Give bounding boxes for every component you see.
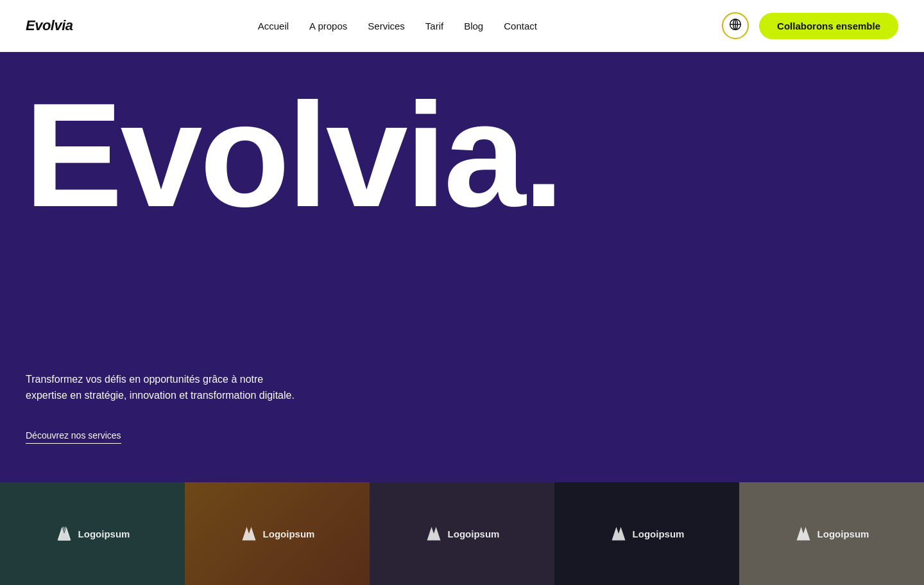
logo[interactable]: Evolvia xyxy=(26,17,73,34)
hero-content: Transformez vos défis en opportunités gr… xyxy=(26,371,898,444)
logo-label-1: Logoipsum xyxy=(78,528,130,539)
nav-blog[interactable]: Blog xyxy=(464,21,483,31)
logo-cell-3: Logoipsum xyxy=(370,482,554,585)
logo-label-5: Logoipsum xyxy=(817,528,869,539)
logo-item-1: Logoipsum xyxy=(55,525,130,543)
logo-cell-2: Logoipsum xyxy=(185,482,370,585)
logo-item-3: Logoipsum xyxy=(425,525,500,543)
svg-marker-7 xyxy=(427,527,440,541)
language-button[interactable] xyxy=(722,12,749,39)
nav-apropos[interactable]: A propos xyxy=(309,21,347,31)
svg-marker-9 xyxy=(796,527,810,541)
nav-contact[interactable]: Contact xyxy=(504,21,537,31)
navbar: Evolvia Accueil A propos Services Tarif … xyxy=(0,0,924,52)
logos-strip: Logoipsum Logoipsum Logoipsum xyxy=(0,482,924,585)
hero-section: Evolvia. Transformez vos défis en opport… xyxy=(0,52,924,482)
logo-label-2: Logoipsum xyxy=(263,528,315,539)
hero-cta-link[interactable]: Découvrez nos services xyxy=(26,430,121,444)
logoipsum-icon-1 xyxy=(55,525,73,543)
nav-accueil[interactable]: Accueil xyxy=(258,21,289,31)
navbar-actions: Collaborons ensemble xyxy=(722,12,898,39)
logo-cell-5: Logoipsum xyxy=(739,482,924,585)
hero-title-text: Evolvia. xyxy=(24,73,561,238)
svg-marker-6 xyxy=(242,527,255,541)
logo-label-4: Logoipsum xyxy=(633,528,685,539)
cta-button[interactable]: Collaborons ensemble xyxy=(759,13,898,39)
logo-cell-4: Logoipsum xyxy=(554,482,739,585)
logo-item-4: Logoipsum xyxy=(610,525,685,543)
logo-item-2: Logoipsum xyxy=(240,525,315,543)
hero-title: Evolvia. xyxy=(24,91,924,220)
logo-cell-1: Logoipsum xyxy=(0,482,185,585)
nav-links: Accueil A propos Services Tarif Blog Con… xyxy=(258,21,537,31)
svg-marker-8 xyxy=(612,527,625,541)
logoipsum-icon-4 xyxy=(610,525,628,543)
logo-label-3: Logoipsum xyxy=(448,528,500,539)
hero-subtitle: Transformez vos défis en opportunités gr… xyxy=(26,371,302,404)
logoipsum-icon-3 xyxy=(425,525,443,543)
logo-item-5: Logoipsum xyxy=(794,525,869,543)
logoipsum-icon-5 xyxy=(794,525,812,543)
nav-tarif[interactable]: Tarif xyxy=(425,21,443,31)
nav-services[interactable]: Services xyxy=(368,21,405,31)
logoipsum-icon-2 xyxy=(240,525,258,543)
globe-icon xyxy=(729,18,742,34)
